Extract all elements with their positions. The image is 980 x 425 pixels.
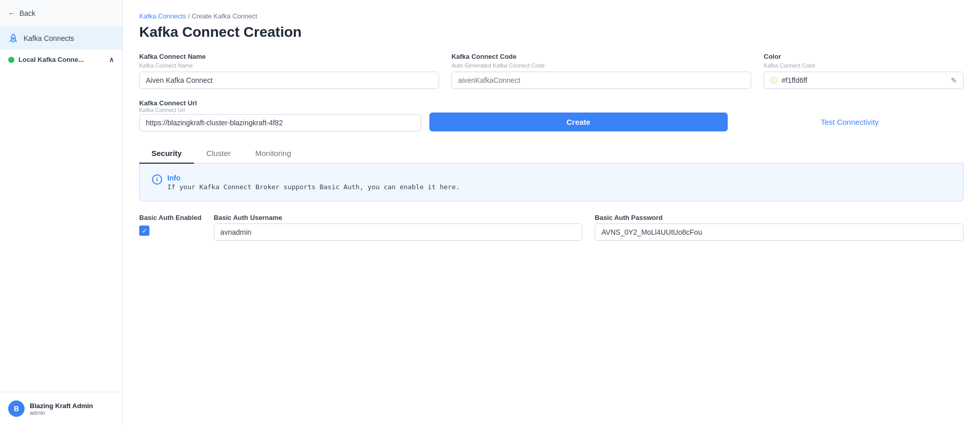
- breadcrumb-link[interactable]: Kafka Connects: [139, 12, 186, 20]
- form-group-username: Basic Auth Username: [214, 214, 583, 241]
- form-row-1: Kafka Connect Name Kafka Connect Name Ka…: [139, 53, 964, 89]
- username-label: Basic Auth Username: [214, 214, 583, 221]
- color-input-wrapper[interactable]: ✎: [764, 72, 964, 89]
- create-button[interactable]: Create: [429, 113, 728, 131]
- auth-fields-row: Basic Auth Enabled ✓ Basic Auth Username…: [139, 214, 964, 241]
- breadcrumb: Kafka Connects / Create Kafka Connect: [139, 12, 964, 20]
- password-input[interactable]: [595, 223, 964, 241]
- checkmark-icon: ✓: [142, 228, 147, 234]
- url-sublabel: Kafka Connect Url: [139, 107, 421, 113]
- footer-user-info: Blazing Kraft Admin admin: [30, 402, 93, 416]
- tabs: Security Cluster Monitoring: [139, 144, 964, 164]
- back-button[interactable]: ← Back: [0, 0, 122, 27]
- code-sublabel: Auto Generated Kafka Connect Code: [451, 62, 751, 69]
- main-content: Kafka Connects / Create Kafka Connect Ka…: [123, 0, 980, 425]
- auth-enabled-label: Basic Auth Enabled: [139, 214, 202, 221]
- sidebar-item-local-kafka[interactable]: Local Kafka Conne... ∧: [0, 50, 122, 70]
- back-label: Back: [19, 9, 35, 17]
- tab-monitoring[interactable]: Monitoring: [243, 144, 303, 164]
- info-banner: i Info If your Kafka Connect Broker supp…: [152, 174, 951, 191]
- page-title: Kafka Connect Creation: [139, 24, 964, 40]
- edit-icon[interactable]: ✎: [951, 76, 957, 84]
- footer-user-name: Blazing Kraft Admin: [30, 402, 93, 410]
- rocket-icon: [8, 33, 18, 43]
- breadcrumb-current: Create Kafka Connect: [192, 12, 257, 20]
- svg-point-0: [12, 37, 14, 39]
- username-input[interactable]: [214, 223, 583, 241]
- footer-user-role: admin: [30, 410, 93, 416]
- form-group-password: Basic Auth Password: [595, 214, 964, 241]
- form-group-color: Color Kafka Connect Color ✎: [764, 53, 964, 89]
- form-group-code: Kafka Connect Code Auto Generated Kafka …: [451, 53, 751, 89]
- url-input[interactable]: [139, 114, 421, 131]
- color-value-input[interactable]: [781, 76, 947, 84]
- name-sublabel: Kafka Connect Name: [139, 62, 439, 69]
- info-text-wrapper: Info If your Kafka Connect Broker suppor…: [167, 174, 460, 191]
- back-arrow-icon: ←: [8, 9, 15, 17]
- cluster-status-dot: [8, 57, 14, 63]
- url-create-row: Kafka Connect Url Kafka Connect Url Crea…: [139, 99, 964, 131]
- cluster-label: Local Kafka Conne...: [18, 56, 84, 63]
- url-label: Kafka Connect Url: [139, 99, 421, 107]
- tab-content-security: i Info If your Kafka Connect Broker supp…: [139, 164, 964, 202]
- info-title: Info: [167, 174, 460, 182]
- form-group-url: Kafka Connect Url Kafka Connect Url: [139, 99, 421, 131]
- code-label: Kafka Connect Code: [451, 53, 751, 60]
- basic-auth-checkbox[interactable]: ✓: [139, 226, 149, 236]
- name-input[interactable]: [139, 72, 439, 89]
- info-icon: i: [152, 174, 162, 185]
- sidebar-footer: B Blazing Kraft Admin admin: [0, 392, 122, 425]
- breadcrumb-separator: /: [188, 12, 190, 20]
- sidebar-item-kafka-connects[interactable]: Kafka Connects: [0, 27, 122, 50]
- name-label: Kafka Connect Name: [139, 53, 439, 60]
- form-group-auth-enabled: Basic Auth Enabled ✓: [139, 214, 202, 236]
- avatar: B: [8, 400, 25, 417]
- kafka-connects-label: Kafka Connects: [24, 34, 74, 42]
- chevron-up-icon: ∧: [109, 56, 114, 63]
- color-sublabel: Kafka Connect Color: [764, 62, 964, 69]
- code-input[interactable]: [451, 72, 751, 89]
- tab-cluster[interactable]: Cluster: [194, 144, 243, 164]
- password-label: Basic Auth Password: [595, 214, 964, 221]
- form-group-name: Kafka Connect Name Kafka Connect Name: [139, 53, 439, 89]
- color-swatch: [770, 77, 777, 84]
- color-label: Color: [764, 53, 964, 60]
- tab-security[interactable]: Security: [139, 144, 194, 164]
- test-connectivity-button[interactable]: Test Connectivity: [736, 113, 964, 131]
- info-description: If your Kafka Connect Broker supports Ba…: [167, 183, 460, 191]
- sidebar: ← Back Kafka Connects Local Kafka Conne.…: [0, 0, 123, 425]
